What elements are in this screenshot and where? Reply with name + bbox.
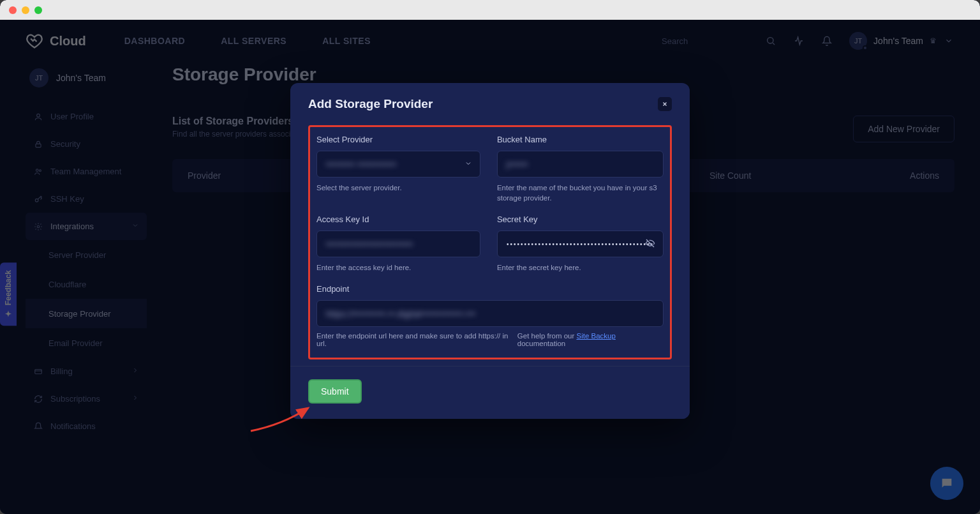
secret-key-input[interactable]: ••••••••••••••••••••••••••••••••••••••••… xyxy=(497,231,664,257)
add-storage-provider-modal: Add Storage Provider Select Provider •••… xyxy=(290,83,690,419)
endpoint-doc-hint: Get help from our Site Backup documentat… xyxy=(517,332,664,347)
chevron-down-icon xyxy=(464,160,472,169)
eye-off-icon[interactable] xyxy=(645,238,655,250)
window-minimize-dot[interactable] xyxy=(22,6,29,14)
site-backup-link[interactable]: Site Backup xyxy=(577,332,616,340)
modal-close-button[interactable] xyxy=(658,97,672,111)
window-zoom-dot[interactable] xyxy=(34,6,42,14)
modal-title: Add Storage Provider xyxy=(308,97,433,111)
field-access-key: Access Key Id ••••••••••••••••••••••••••… xyxy=(316,215,480,273)
endpoint-input[interactable]: https://••••••••••.••.digital•••••••••••… xyxy=(316,300,664,327)
endpoint-hint: Enter the endpoint url here and make sur… xyxy=(316,332,517,347)
access-key-input[interactable]: ••••••••••••••••••••••••••• xyxy=(316,231,480,257)
field-endpoint: Endpoint https://••••••••••.••.digital••… xyxy=(316,284,664,347)
field-secret-key: Secret Key •••••••••••••••••••••••••••••… xyxy=(497,215,664,273)
window-titlebar xyxy=(0,0,980,20)
submit-button[interactable]: Submit xyxy=(308,379,362,404)
highlighted-form-area: Select Provider ••••••••• •••••••••••• S… xyxy=(308,125,672,359)
select-provider-input[interactable]: ••••••••• •••••••••••• xyxy=(316,151,480,178)
close-icon xyxy=(662,101,668,107)
bucket-name-input[interactable]: j•••••• xyxy=(497,151,664,178)
field-bucket-name: Bucket Name j•••••• Enter the name of th… xyxy=(497,135,664,203)
window-close-dot[interactable] xyxy=(9,6,17,14)
field-select-provider: Select Provider ••••••••• •••••••••••• S… xyxy=(316,135,480,203)
